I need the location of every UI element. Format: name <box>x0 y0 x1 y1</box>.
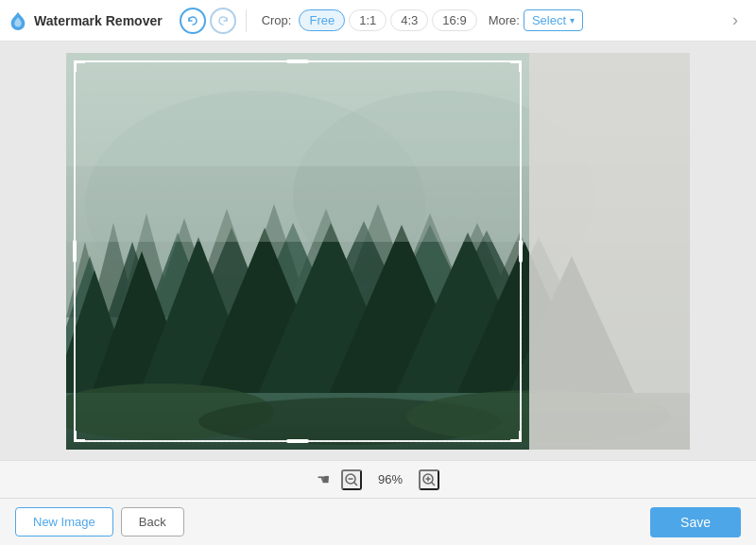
footer: New Image Back Save <box>0 498 756 545</box>
crop-free-button[interactable]: Free <box>299 9 345 31</box>
zoom-percent-display: 96% <box>373 472 407 486</box>
main-canvas-area <box>0 42 756 460</box>
logo-icon <box>8 10 28 31</box>
new-image-button[interactable]: New Image <box>15 507 113 536</box>
forward-button[interactable]: › <box>722 8 748 34</box>
zoom-out-icon <box>344 472 359 487</box>
crop-label: Crop: <box>262 13 292 27</box>
forest-svg <box>66 53 690 450</box>
more-select-dropdown[interactable]: Select ▾ <box>524 9 583 31</box>
zoom-in-button[interactable] <box>419 469 439 490</box>
svg-line-14 <box>432 482 436 485</box>
canvas-container <box>66 53 690 450</box>
redo-icon <box>216 14 230 27</box>
app-title: Watermark Remover <box>34 13 163 28</box>
divider-1 <box>246 9 247 32</box>
toolbar: Watermark Remover Crop: Free 1:1 4:3 16:… <box>0 0 756 42</box>
crop-1x1-button[interactable]: 1:1 <box>349 9 387 31</box>
crop-4x3-button[interactable]: 4:3 <box>390 9 428 31</box>
svg-line-11 <box>354 482 358 485</box>
image-background <box>66 53 690 450</box>
undo-icon <box>186 14 199 27</box>
redo-button[interactable] <box>210 8 236 34</box>
back-button[interactable]: Back <box>121 507 184 536</box>
image-wrapper <box>66 53 690 450</box>
svg-rect-9 <box>529 53 690 450</box>
save-button[interactable]: Save <box>650 507 741 537</box>
select-label: Select <box>532 13 566 27</box>
zoom-out-button[interactable] <box>341 469 362 490</box>
hand-tool-icon[interactable]: ☚ <box>317 470 330 488</box>
more-label: More: <box>489 13 520 27</box>
zoom-bar: ☚ 96% <box>0 460 756 498</box>
undo-button[interactable] <box>180 8 206 34</box>
crop-16x9-button[interactable]: 16:9 <box>432 9 476 31</box>
chevron-down-icon: ▾ <box>570 15 575 26</box>
zoom-in-icon <box>421 472 437 487</box>
app-logo: Watermark Remover <box>8 10 163 31</box>
